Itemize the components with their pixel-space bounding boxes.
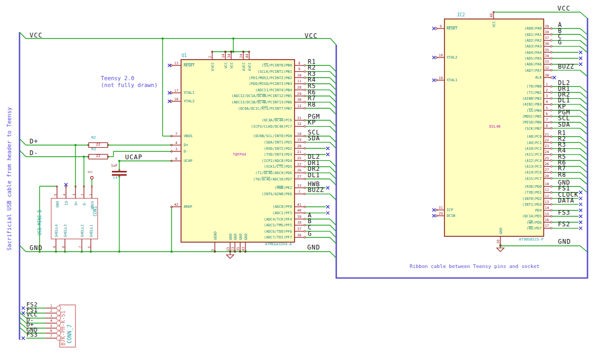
u1-value: ATMEGA32U4-A <box>265 243 292 246</box>
pin-name: RESET <box>184 63 194 68</box>
pin-end <box>551 70 552 71</box>
pin-name: (AD1)PA1 <box>524 33 542 37</box>
pin-number: 34 <box>545 54 549 58</box>
pin-number: 19 <box>297 138 301 142</box>
wire <box>580 122 587 128</box>
pin-number: 3 <box>546 94 548 98</box>
wire <box>330 231 336 237</box>
schematic-graphics: 8(SS/PCINT0)PB0R19(SCLK/PCINT1)PB1R210(P… <box>0 0 597 364</box>
pin-number: 3 <box>175 147 177 151</box>
pin-name: (OC0B/SCL/INT0)PD0 <box>253 134 292 138</box>
pin-end <box>304 101 306 103</box>
pin-name: UGND <box>213 232 217 240</box>
pin-name: (SCK)PB7 <box>524 127 542 131</box>
wire <box>580 178 587 184</box>
usb-value: USB-MINI-B <box>38 210 42 235</box>
connector-pin-circle[interactable] <box>56 306 61 310</box>
ic2-ref[interactable]: IC2 <box>457 13 465 17</box>
pin-end <box>551 204 552 205</box>
ground-symbol-icon <box>497 248 504 252</box>
pin-number: 18 <box>297 132 301 136</box>
wire <box>580 41 587 46</box>
pin-end <box>551 128 552 129</box>
pin-end <box>170 64 172 66</box>
pin-name: SHELL2 <box>80 224 84 237</box>
pin-name: (A15)PC7 <box>524 177 542 181</box>
pin-end <box>435 27 437 29</box>
pin-end <box>304 193 306 195</box>
pin-name: AVCC <box>248 62 252 71</box>
wire <box>580 160 587 166</box>
pin-end <box>551 52 552 53</box>
pin-number: 23 <box>545 144 549 148</box>
pin-number: 2 <box>546 88 548 92</box>
pin-end <box>551 34 552 35</box>
pin-number: 5 <box>53 194 57 196</box>
net-label: KP <box>308 119 316 126</box>
pin-end <box>65 186 67 187</box>
pin-end <box>551 40 552 41</box>
pin-name: XTAL2 <box>447 55 457 60</box>
pin-number: 7 <box>78 246 82 248</box>
pin-end <box>304 166 306 167</box>
pin-number: 35 <box>236 247 240 251</box>
pin-number: 8 <box>298 61 300 65</box>
wire <box>580 167 587 173</box>
pin-number: 1 <box>298 189 300 194</box>
junction-dot <box>55 251 57 253</box>
pin-number: 9 <box>298 67 300 71</box>
usb-ref[interactable]: CON1 <box>93 206 98 216</box>
pin-name: XTAL2 <box>184 99 194 103</box>
pin-number: 40 <box>297 208 301 213</box>
r3-ref[interactable]: R3 <box>91 148 96 151</box>
net-label-gnd-ic2: GND <box>558 238 571 245</box>
pin-end <box>551 63 552 65</box>
wire <box>330 39 336 45</box>
pin-number: 16 <box>545 218 549 222</box>
net-label: DATA <box>558 197 574 204</box>
conn7-ref[interactable]: CONN_7 <box>67 324 73 343</box>
net-label: BUZZ <box>558 63 574 70</box>
pin-number: 26 <box>545 162 549 166</box>
junction-dot <box>118 251 120 253</box>
net-label: FS3 <box>558 209 570 216</box>
wire <box>330 72 336 78</box>
pin-name: (AD0)PA0 <box>524 26 542 31</box>
wire <box>330 120 336 126</box>
pin-number: 7 <box>546 118 548 122</box>
pin-end <box>304 206 306 207</box>
pin-name: ICP <box>447 208 453 212</box>
wire <box>20 139 26 145</box>
pin-number: 23 <box>231 247 235 251</box>
wire <box>330 142 336 148</box>
pin-number: 9 <box>440 24 442 28</box>
r3-value: 22 <box>89 155 108 158</box>
pin-number: 1 <box>88 194 92 196</box>
pin-name: PD4 <box>535 208 542 213</box>
pin-number: 2 <box>208 56 212 58</box>
net-label-vcc-ic2: VCC <box>557 5 571 12</box>
wire <box>580 117 587 122</box>
pin-number: 3 <box>50 314 52 318</box>
pin-end <box>435 79 437 81</box>
pin-number: 30 <box>545 73 549 78</box>
capacitor-c4-plate[interactable] <box>112 171 127 173</box>
pin-end <box>551 136 552 137</box>
pin-end <box>304 148 306 149</box>
pin-name: (AD6)PA6 <box>524 62 542 66</box>
pin-name: (SDA/INT1)PD1 <box>264 140 292 145</box>
pin-name: (ICP2/ADC8)PD4 <box>262 159 292 163</box>
pin-name: D+ <box>184 143 188 147</box>
wire <box>20 32 26 39</box>
wire <box>580 87 587 92</box>
pin-number: 28 <box>297 85 301 90</box>
wire <box>580 34 587 40</box>
pin-end <box>551 215 552 217</box>
u1-ref[interactable]: U1 <box>182 54 187 58</box>
r2-ref[interactable]: R2 <box>91 136 96 140</box>
c4-ref[interactable]: C4 <box>113 176 117 180</box>
pin-name: VCC <box>492 21 496 27</box>
pin-name: (AD2)PA2 <box>524 39 542 43</box>
power-flag-label: VCC <box>88 171 93 174</box>
pin-number: 4 <box>62 194 66 196</box>
